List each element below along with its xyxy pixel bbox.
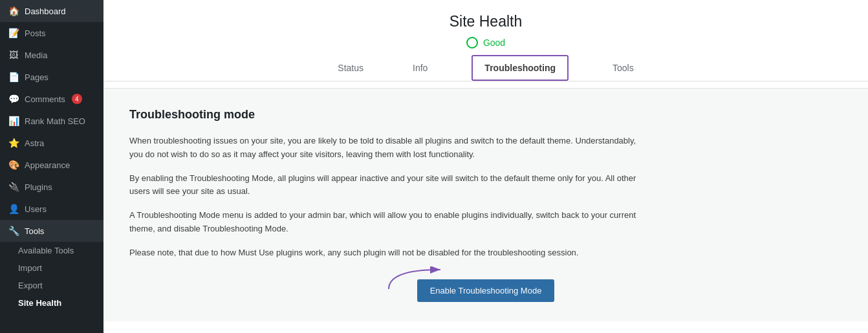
sidebar-item-site-health[interactable]: Site Health ◀ bbox=[0, 294, 103, 312]
tab-status[interactable]: Status bbox=[332, 55, 369, 81]
sidebar: 🏠 Dashboard 📝 Posts 🖼 Media 📄 Pages 💬 Co… bbox=[0, 0, 103, 333]
button-wrapper: Enable Troubleshooting Mode bbox=[129, 273, 842, 302]
media-icon: 🖼 bbox=[8, 49, 19, 61]
status-text: Good bbox=[483, 38, 505, 48]
dashboard-icon: 🏠 bbox=[8, 5, 19, 17]
tab-tools[interactable]: Tools bbox=[607, 55, 639, 81]
sidebar-item-posts[interactable]: 📝 Posts bbox=[0, 22, 103, 44]
main-content: Site Health Good Status Info Troubleshoo… bbox=[103, 0, 868, 333]
sidebar-item-label: Pages bbox=[25, 72, 49, 82]
appearance-icon: 🎨 bbox=[8, 159, 19, 171]
tab-troubleshooting[interactable]: Troubleshooting bbox=[472, 55, 569, 81]
page-title: Site Health bbox=[103, 13, 868, 30]
sidebar-item-users[interactable]: 👤 Users bbox=[0, 198, 103, 220]
posts-icon: 📝 bbox=[8, 27, 19, 39]
sidebar-item-label: Site Health bbox=[18, 298, 61, 308]
troubleshooting-paragraph-4: Please note, that due to how Must Use pl… bbox=[129, 246, 647, 260]
comments-badge: 4 bbox=[72, 94, 82, 104]
status-indicator: Good bbox=[103, 37, 868, 48]
tabs-nav: Status Info Troubleshooting Tools bbox=[103, 55, 868, 81]
sidebar-item-label: Appearance bbox=[25, 160, 70, 170]
sidebar-item-label: Posts bbox=[25, 28, 46, 38]
sidebar-item-available-tools[interactable]: Available Tools bbox=[0, 242, 103, 259]
sidebar-item-label: Plugins bbox=[25, 182, 52, 192]
page-header: Site Health Good Status Info Troubleshoo… bbox=[103, 0, 868, 89]
sidebar-item-tools[interactable]: 🔧 Tools ◀ bbox=[0, 220, 103, 242]
tab-info[interactable]: Info bbox=[407, 55, 433, 81]
sidebar-item-label: Users bbox=[25, 204, 47, 214]
sidebar-item-label: Astra bbox=[25, 138, 44, 148]
pages-icon: 📄 bbox=[8, 71, 19, 83]
section-title: Troubleshooting mode bbox=[129, 108, 842, 122]
sidebar-item-label: Media bbox=[25, 50, 47, 60]
plugins-icon: 🔌 bbox=[8, 181, 19, 193]
sidebar-item-label: Rank Math SEO bbox=[25, 116, 85, 126]
sidebar-item-label: Dashboard bbox=[25, 6, 66, 16]
status-circle-icon bbox=[466, 37, 478, 48]
sidebar-item-label: Comments bbox=[25, 94, 65, 104]
sidebar-item-appearance[interactable]: 🎨 Appearance bbox=[0, 154, 103, 176]
sidebar-item-dashboard[interactable]: 🏠 Dashboard bbox=[0, 0, 103, 22]
sidebar-item-export[interactable]: Export bbox=[0, 277, 103, 294]
sidebar-item-media[interactable]: 🖼 Media bbox=[0, 44, 103, 66]
comments-icon: 💬 bbox=[8, 93, 19, 105]
sidebar-item-comments[interactable]: 💬 Comments 4 bbox=[0, 88, 103, 110]
sidebar-item-rank-math[interactable]: 📊 Rank Math SEO bbox=[0, 110, 103, 132]
sidebar-item-pages[interactable]: 📄 Pages bbox=[0, 66, 103, 88]
rank-math-icon: 📊 bbox=[8, 115, 19, 127]
sidebar-item-label: Export bbox=[18, 281, 43, 290]
sidebar-item-label: Tools bbox=[25, 226, 44, 236]
sidebar-item-astra[interactable]: ⭐ Astra bbox=[0, 132, 103, 154]
troubleshooting-paragraph-3: A Troubleshooting Mode menu is added to … bbox=[129, 209, 647, 236]
tools-icon: 🔧 bbox=[8, 225, 19, 237]
arrow-svg bbox=[382, 266, 447, 292]
sidebar-item-import[interactable]: Import bbox=[0, 259, 103, 277]
users-icon: 👤 bbox=[8, 203, 19, 215]
content-area: Troubleshooting mode When troubleshootin… bbox=[103, 89, 868, 321]
sidebar-item-label: Available Tools bbox=[18, 246, 74, 255]
tools-submenu: Available Tools Import Export Site Healt… bbox=[0, 242, 103, 312]
troubleshooting-paragraph-1: When troubleshooting issues on your site… bbox=[129, 134, 647, 162]
astra-icon: ⭐ bbox=[8, 137, 19, 149]
sidebar-item-label: Import bbox=[18, 263, 42, 273]
troubleshooting-paragraph-2: By enabling the Troubleshooting Mode, al… bbox=[129, 172, 647, 199]
sidebar-item-plugins[interactable]: 🔌 Plugins bbox=[0, 176, 103, 198]
